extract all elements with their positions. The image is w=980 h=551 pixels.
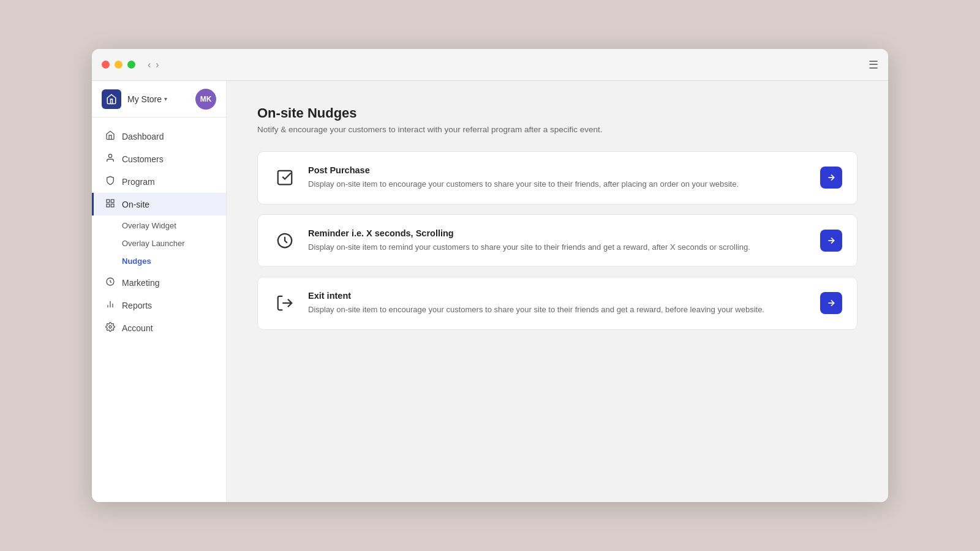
reminder-icon bbox=[273, 228, 297, 253]
gear-icon bbox=[105, 322, 116, 334]
exit-intent-title: Exit intent bbox=[308, 291, 809, 301]
sidebar-item-onsite[interactable]: On-site bbox=[92, 193, 226, 216]
svg-rect-4 bbox=[111, 204, 114, 207]
reminder-card: Reminder i.e. X seconds, Scrolling Displ… bbox=[257, 214, 858, 268]
sidebar-item-nudges-label: Nudges bbox=[122, 257, 151, 266]
post-purchase-description: Display on-site item to encourage your c… bbox=[308, 178, 809, 190]
svg-rect-2 bbox=[111, 200, 114, 203]
post-purchase-action-button[interactable] bbox=[820, 167, 842, 189]
exit-intent-action-button[interactable] bbox=[820, 292, 842, 314]
bar-chart-icon bbox=[105, 299, 116, 311]
sidebar-item-reports[interactable]: Reports bbox=[92, 294, 226, 317]
sidebar-item-reports-label: Reports bbox=[122, 301, 152, 310]
svg-point-0 bbox=[108, 154, 111, 157]
shield-icon bbox=[105, 176, 116, 187]
page-title: On-site Nudges bbox=[257, 105, 858, 121]
sidebar-item-dashboard[interactable]: Dashboard bbox=[92, 125, 226, 148]
hamburger-icon[interactable]: ☰ bbox=[869, 58, 878, 72]
sidebar-item-account-label: Account bbox=[122, 323, 153, 333]
marketing-icon bbox=[105, 277, 116, 288]
home-icon bbox=[105, 130, 116, 142]
svg-rect-3 bbox=[107, 204, 110, 207]
svg-rect-1 bbox=[107, 200, 110, 203]
store-name-button[interactable]: My Store ▾ bbox=[127, 94, 167, 104]
post-purchase-card: Post Purchase Display on-site item to en… bbox=[257, 151, 858, 204]
sidebar-item-onsite-label: On-site bbox=[122, 200, 149, 209]
exit-intent-description: Display on-site item to encourage your c… bbox=[308, 304, 809, 316]
traffic-lights bbox=[102, 61, 135, 69]
forward-arrow[interactable]: › bbox=[156, 59, 159, 70]
sidebar-item-nudges[interactable]: Nudges bbox=[92, 252, 226, 270]
person-icon bbox=[105, 153, 116, 165]
svg-point-9 bbox=[109, 326, 111, 328]
main-content: On-site Nudges Notify & encourage your c… bbox=[227, 81, 888, 502]
app-logo bbox=[102, 89, 121, 109]
user-avatar[interactable]: MK bbox=[195, 89, 216, 110]
sidebar-item-program[interactable]: Program bbox=[92, 170, 226, 193]
titlebar: ‹ › ☰ bbox=[92, 49, 888, 81]
sidebar-header: My Store ▾ MK bbox=[92, 81, 226, 118]
reminder-action-button[interactable] bbox=[820, 230, 842, 252]
store-name-label: My Store bbox=[127, 94, 162, 104]
app-window: ‹ › ☰ My Store ▾ MK bbox=[92, 49, 888, 502]
sidebar-item-marketing-label: Marketing bbox=[122, 278, 159, 288]
close-button[interactable] bbox=[102, 61, 110, 69]
svg-rect-10 bbox=[278, 171, 292, 185]
reminder-content: Reminder i.e. X seconds, Scrolling Displ… bbox=[308, 228, 809, 253]
sidebar-item-customers[interactable]: Customers bbox=[92, 148, 226, 170]
minimize-button[interactable] bbox=[115, 61, 123, 69]
sidebar-item-overlay-widget-label: Overlay Widget bbox=[122, 221, 176, 230]
chevron-down-icon: ▾ bbox=[164, 96, 167, 102]
sidebar-item-overlay-launcher[interactable]: Overlay Launcher bbox=[92, 234, 226, 252]
exit-intent-icon bbox=[273, 291, 297, 315]
post-purchase-title: Post Purchase bbox=[308, 165, 809, 175]
back-arrow[interactable]: ‹ bbox=[148, 59, 151, 70]
exit-intent-card: Exit intent Display on-site item to enco… bbox=[257, 277, 858, 330]
sidebar-item-customers-label: Customers bbox=[122, 154, 164, 164]
sidebar-item-overlay-launcher-label: Overlay Launcher bbox=[122, 239, 185, 248]
exit-intent-content: Exit intent Display on-site item to enco… bbox=[308, 291, 809, 316]
reminder-description: Display on-site item to remind your cust… bbox=[308, 241, 809, 253]
nav-items: Dashboard Customers bbox=[92, 118, 226, 502]
nav-sub-items: Overlay Widget Overlay Launcher Nudges bbox=[92, 216, 226, 271]
sidebar-item-program-label: Program bbox=[122, 177, 155, 187]
app-body: My Store ▾ MK Dashboard bbox=[92, 81, 888, 502]
sidebar-item-account[interactable]: Account bbox=[92, 317, 226, 339]
sidebar-item-marketing[interactable]: Marketing bbox=[92, 271, 226, 294]
reminder-title: Reminder i.e. X seconds, Scrolling bbox=[308, 228, 809, 238]
grid-icon bbox=[105, 198, 116, 210]
sidebar-item-overlay-widget[interactable]: Overlay Widget bbox=[92, 217, 226, 234]
sidebar-item-dashboard-label: Dashboard bbox=[122, 132, 164, 141]
post-purchase-content: Post Purchase Display on-site item to en… bbox=[308, 165, 809, 190]
nav-arrows: ‹ › bbox=[148, 59, 159, 70]
sidebar: My Store ▾ MK Dashboard bbox=[92, 81, 227, 502]
page-subtitle: Notify & encourage your customers to int… bbox=[257, 125, 858, 134]
maximize-button[interactable] bbox=[127, 61, 135, 69]
post-purchase-icon bbox=[273, 165, 297, 190]
